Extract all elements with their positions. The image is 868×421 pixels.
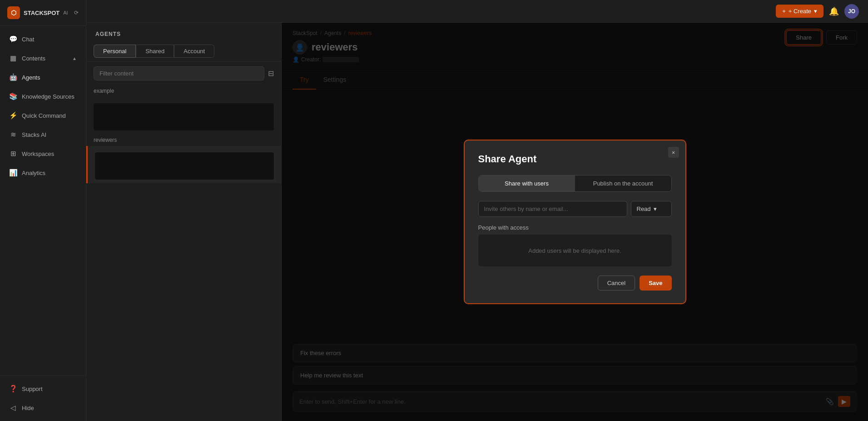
content-layout: AGENTS Personal Shared Account ⊟ example… — [86, 23, 868, 421]
create-chevron-icon: ▾ — [814, 8, 817, 15]
sidebar-item-label: Hide — [22, 405, 34, 411]
create-plus-icon: + — [782, 8, 786, 15]
agents-panel-title: AGENTS — [95, 31, 121, 37]
chat-icon: 💬 — [9, 35, 17, 43]
sidebar-item-label: Quick Command — [22, 112, 66, 119]
search-input[interactable] — [94, 66, 264, 80]
invite-row: Read ▾ — [478, 201, 672, 217]
sidebar-item-stacks-ai[interactable]: ≋ Stacks AI — [2, 125, 84, 144]
tab-account[interactable]: Account — [174, 45, 214, 58]
modal-tabs: Share with users Publish on the account — [478, 175, 672, 192]
list-item[interactable] — [86, 97, 281, 134]
sidebar-item-label: Agents — [22, 74, 40, 81]
analytics-icon: 📊 — [9, 169, 17, 177]
save-button[interactable]: Save — [640, 276, 671, 291]
cancel-button[interactable]: Cancel — [598, 276, 635, 291]
sidebar-logo: ⬡ STACKSPOT AI ⟳ — [0, 0, 86, 26]
filter-icon: ⊟ — [268, 70, 274, 77]
agents-search-row: ⊟ — [86, 62, 281, 85]
app-badge: AI — [63, 10, 68, 15]
sidebar-item-label: Support — [22, 386, 43, 392]
permission-label: Read — [637, 205, 651, 212]
agents-tabs: Personal Shared Account — [86, 41, 281, 62]
sidebar-item-label: Knowledge Sources — [22, 93, 74, 100]
modal-title: Share Agent — [478, 153, 672, 165]
permission-chevron-icon: ▾ — [654, 205, 657, 212]
agent-group-reviewers: reviewers — [86, 134, 281, 146]
sidebar-item-label: Analytics — [22, 170, 45, 176]
workspaces-icon: ⊞ — [9, 150, 17, 158]
list-item[interactable] — [86, 146, 281, 183]
sidebar-item-chat[interactable]: 💬 Chat — [2, 30, 84, 49]
agents-icon: 🤖 — [9, 73, 17, 81]
modal-tab-share-users[interactable]: Share with users — [479, 175, 575, 191]
app-logo-icon: ⬡ — [7, 6, 20, 19]
sidebar-item-label: Chat — [22, 36, 34, 43]
agent-group-example: example — [86, 85, 281, 97]
modal-overlay: Share Agent × Share with users Publish o… — [282, 23, 868, 421]
expand-icon: ▲ — [72, 56, 77, 61]
stacks-ai-icon: ≋ — [9, 130, 17, 139]
agent-thumbnail — [95, 152, 274, 180]
sidebar-item-support[interactable]: ❓ Support — [2, 379, 84, 398]
modal-tab-publish-account[interactable]: Publish on the account — [575, 175, 671, 191]
support-icon: ❓ — [9, 385, 17, 393]
agent-detail: StackSpot / Agents / reviewers 👤 reviewe… — [282, 23, 868, 421]
permission-select[interactable]: Read ▾ — [631, 201, 672, 217]
app-version-icon: ⟳ — [74, 10, 79, 16]
sidebar-item-analytics[interactable]: 📊 Analytics — [2, 163, 84, 182]
filter-button[interactable]: ⊟ — [268, 69, 274, 78]
modal-close-button[interactable]: × — [668, 147, 679, 158]
invite-input[interactable] — [478, 201, 627, 217]
topbar-right: + + Create ▾ 🔔 JO — [776, 4, 859, 19]
quick-command-icon: ⚡ — [9, 111, 17, 120]
hide-icon: ◁ — [9, 404, 17, 412]
agents-header: AGENTS — [86, 23, 281, 41]
sidebar: ⬡ STACKSPOT AI ⟳ 💬 Chat ▦ Contents ▲ 🤖 A… — [0, 0, 86, 421]
user-avatar-button[interactable]: JO — [844, 4, 859, 19]
tab-shared[interactable]: Shared — [136, 45, 174, 58]
sidebar-item-label: Stacks AI — [22, 131, 46, 138]
tab-personal[interactable]: Personal — [94, 45, 136, 58]
sidebar-item-hide[interactable]: ◁ Hide — [2, 398, 84, 417]
share-agent-modal: Share Agent × Share with users Publish o… — [464, 140, 686, 304]
sidebar-nav: 💬 Chat ▦ Contents ▲ 🤖 Agents 📚 Knowledge… — [0, 26, 86, 375]
topbar: + + Create ▾ 🔔 JO — [86, 0, 868, 23]
bell-icon: 🔔 — [829, 7, 839, 16]
main: + + Create ▾ 🔔 JO AGENTS Personal Shared… — [86, 0, 868, 421]
sidebar-footer: ❓ Support ◁ Hide — [0, 375, 86, 421]
sidebar-item-agents[interactable]: 🤖 Agents — [2, 68, 84, 87]
create-button[interactable]: + + Create ▾ — [776, 5, 823, 18]
sidebar-item-contents[interactable]: ▦ Contents ▲ — [2, 49, 84, 68]
empty-users-message: Added users will be displayed here. — [528, 247, 621, 254]
people-list: Added users will be displayed here. — [478, 235, 672, 266]
notifications-button[interactable]: 🔔 — [829, 6, 839, 16]
sidebar-item-label: Workspaces — [22, 150, 54, 157]
agent-thumbnail — [94, 103, 274, 130]
sidebar-item-knowledge-sources[interactable]: 📚 Knowledge Sources — [2, 87, 84, 106]
agents-panel: AGENTS Personal Shared Account ⊟ example… — [86, 23, 282, 421]
sidebar-item-quick-command[interactable]: ⚡ Quick Command — [2, 106, 84, 125]
sidebar-item-workspaces[interactable]: ⊞ Workspaces — [2, 144, 84, 163]
contents-icon: ▦ — [9, 54, 17, 62]
people-with-access-label: People with access — [478, 224, 672, 231]
knowledge-icon: 📚 — [9, 92, 17, 100]
modal-actions: Cancel Save — [478, 276, 672, 291]
app-name: STACKSPOT — [24, 10, 60, 16]
sidebar-item-label: Contents — [22, 55, 45, 62]
